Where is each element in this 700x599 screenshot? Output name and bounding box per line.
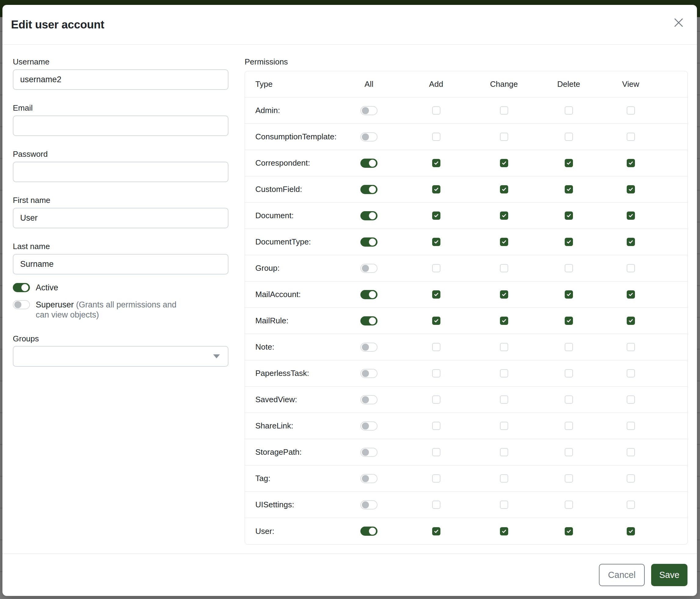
first-name-input[interactable]: [13, 208, 228, 228]
perm-tag-add-checkbox[interactable]: [432, 474, 441, 483]
perm-paperlesstask-all-toggle[interactable]: [360, 369, 377, 378]
perm-customfield-view-checkbox[interactable]: [627, 185, 635, 193]
perm-document-all-toggle[interactable]: [360, 211, 377, 220]
permission-type-label: Note:: [245, 342, 339, 352]
perm-admin-all-toggle[interactable]: [360, 106, 377, 115]
perm-mailrule-delete-checkbox[interactable]: [565, 317, 573, 325]
perm-uisettings-change-checkbox[interactable]: [500, 501, 508, 509]
perm-document-add-checkbox[interactable]: [432, 212, 441, 220]
perm-mailrule-all-toggle[interactable]: [360, 316, 377, 326]
perm-sharelink-add-checkbox[interactable]: [432, 422, 441, 430]
perm-consumptiontemplate-all-toggle[interactable]: [360, 132, 377, 142]
perm-user-all-toggle[interactable]: [360, 527, 377, 536]
perm-paperlesstask-delete-checkbox[interactable]: [565, 369, 573, 378]
perm-storagepath-add-checkbox[interactable]: [432, 448, 441, 456]
permission-type-label: CustomField:: [245, 185, 339, 194]
perm-mailaccount-change-checkbox[interactable]: [500, 290, 508, 298]
perm-savedview-all-toggle[interactable]: [360, 395, 377, 404]
last-name-input[interactable]: [13, 254, 228, 274]
perm-mailaccount-all-toggle[interactable]: [360, 290, 377, 299]
perm-documenttype-change-checkbox[interactable]: [500, 238, 508, 246]
perm-admin-add-checkbox[interactable]: [432, 106, 441, 115]
perm-user-view-checkbox[interactable]: [627, 527, 635, 535]
perm-document-delete-checkbox[interactable]: [565, 212, 573, 220]
perm-customfield-add-checkbox[interactable]: [432, 185, 441, 193]
perm-user-delete-checkbox[interactable]: [565, 527, 573, 535]
perm-note-view-checkbox[interactable]: [627, 343, 635, 351]
perm-consumptiontemplate-change-checkbox[interactable]: [500, 133, 508, 141]
perm-note-delete-checkbox[interactable]: [565, 343, 573, 351]
perm-mailrule-change-checkbox[interactable]: [500, 317, 508, 325]
perm-group-view-checkbox[interactable]: [627, 264, 635, 272]
perm-savedview-change-checkbox[interactable]: [500, 396, 508, 404]
perm-uisettings-view-checkbox[interactable]: [627, 501, 635, 509]
perm-mailrule-add-checkbox[interactable]: [432, 317, 441, 325]
perm-customfield-all-toggle[interactable]: [360, 185, 377, 194]
perm-correspondent-add-checkbox[interactable]: [432, 159, 441, 167]
perm-note-add-checkbox[interactable]: [432, 343, 441, 351]
perm-correspondent-change-checkbox[interactable]: [500, 159, 508, 167]
perm-note-all-toggle[interactable]: [360, 342, 377, 352]
perm-customfield-delete-checkbox[interactable]: [565, 185, 573, 193]
toggle-knob: [362, 343, 369, 351]
perm-correspondent-all-toggle[interactable]: [360, 159, 377, 168]
perm-tag-delete-checkbox[interactable]: [565, 474, 573, 483]
perm-sharelink-delete-checkbox[interactable]: [565, 422, 573, 430]
superuser-toggle[interactable]: [13, 300, 30, 309]
perm-tag-all-toggle[interactable]: [360, 474, 377, 483]
perm-savedview-delete-checkbox[interactable]: [565, 396, 573, 404]
perm-mailaccount-view-checkbox[interactable]: [627, 290, 635, 298]
perm-group-add-checkbox[interactable]: [432, 264, 441, 272]
password-input[interactable]: [13, 162, 228, 182]
perm-savedview-view-checkbox[interactable]: [627, 396, 635, 404]
column-header-add: Add: [399, 79, 473, 89]
active-toggle[interactable]: [13, 283, 30, 292]
perm-storagepath-delete-checkbox[interactable]: [565, 448, 573, 456]
perm-storagepath-change-checkbox[interactable]: [500, 448, 508, 456]
perm-group-delete-checkbox[interactable]: [565, 264, 573, 272]
perm-paperlesstask-change-checkbox[interactable]: [500, 369, 508, 378]
perm-paperlesstask-view-checkbox[interactable]: [627, 369, 635, 378]
perm-admin-view-checkbox[interactable]: [627, 106, 635, 115]
perm-note-change-checkbox[interactable]: [500, 343, 508, 351]
groups-select[interactable]: [13, 346, 228, 367]
perm-correspondent-delete-checkbox[interactable]: [565, 159, 573, 167]
perm-sharelink-all-toggle[interactable]: [360, 422, 377, 431]
perm-mailaccount-delete-checkbox[interactable]: [565, 290, 573, 298]
perm-admin-change-checkbox[interactable]: [500, 106, 508, 115]
cancel-button[interactable]: Cancel: [599, 564, 645, 586]
close-button[interactable]: [671, 15, 686, 30]
perm-paperlesstask-add-checkbox[interactable]: [432, 369, 441, 378]
perm-consumptiontemplate-add-checkbox[interactable]: [432, 133, 441, 141]
perm-consumptiontemplate-delete-checkbox[interactable]: [565, 133, 573, 141]
perm-documenttype-all-toggle[interactable]: [360, 237, 377, 247]
perm-tag-change-checkbox[interactable]: [500, 474, 508, 483]
perm-customfield-change-checkbox[interactable]: [500, 185, 508, 193]
perm-savedview-add-checkbox[interactable]: [432, 396, 441, 404]
perm-document-change-checkbox[interactable]: [500, 212, 508, 220]
perm-documenttype-view-checkbox[interactable]: [627, 238, 635, 246]
perm-sharelink-change-checkbox[interactable]: [500, 422, 508, 430]
perm-storagepath-all-toggle[interactable]: [360, 448, 377, 457]
perm-documenttype-add-checkbox[interactable]: [432, 238, 441, 246]
perm-mailaccount-add-checkbox[interactable]: [432, 290, 441, 298]
perm-uisettings-delete-checkbox[interactable]: [565, 501, 573, 509]
perm-mailrule-view-checkbox[interactable]: [627, 317, 635, 325]
perm-user-add-checkbox[interactable]: [432, 527, 441, 535]
perm-uisettings-add-checkbox[interactable]: [432, 501, 441, 509]
perm-documenttype-delete-checkbox[interactable]: [565, 238, 573, 246]
perm-group-change-checkbox[interactable]: [500, 264, 508, 272]
perm-document-view-checkbox[interactable]: [627, 212, 635, 220]
perm-admin-delete-checkbox[interactable]: [565, 106, 573, 115]
perm-tag-view-checkbox[interactable]: [627, 474, 635, 483]
perm-uisettings-all-toggle[interactable]: [360, 500, 377, 509]
perm-user-change-checkbox[interactable]: [500, 527, 508, 535]
username-input[interactable]: [13, 69, 228, 90]
email-input[interactable]: [13, 116, 228, 136]
perm-storagepath-view-checkbox[interactable]: [627, 448, 635, 456]
save-button[interactable]: Save: [651, 564, 688, 586]
perm-correspondent-view-checkbox[interactable]: [627, 159, 635, 167]
perm-group-all-toggle[interactable]: [360, 264, 377, 273]
perm-consumptiontemplate-view-checkbox[interactable]: [627, 133, 635, 141]
perm-sharelink-view-checkbox[interactable]: [627, 422, 635, 430]
